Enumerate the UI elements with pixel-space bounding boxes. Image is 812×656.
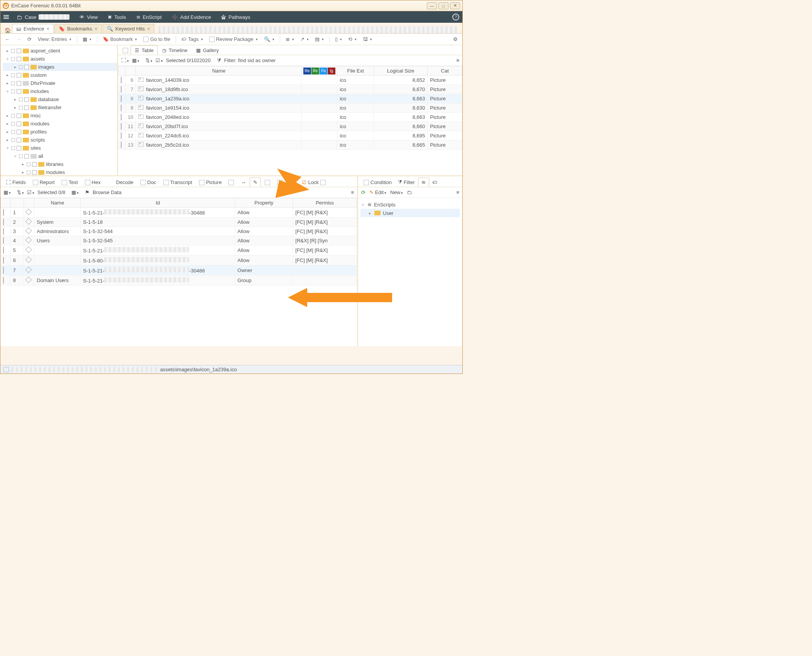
home-icon[interactable]: 🏠 [3,27,12,33]
save-icon[interactable]: 🖫 [361,36,374,43]
table-row[interactable]: 7 favicon_18d9fb.ico ico8,670Picture [118,85,462,94]
tree-node[interactable]: ▸aspnet_client [3,47,117,55]
sort-icon[interactable]: ⇅ [17,189,24,195]
tree-node[interactable]: ▸images [3,63,117,71]
expand-icon[interactable]: ⛶ [121,57,129,63]
tab-bookmarks[interactable]: 🔖Bookmarks× [54,24,102,33]
tags-dropdown[interactable]: 🏷Tags [180,36,204,43]
gear-icon[interactable]: ⚙ [452,36,459,43]
col-name[interactable]: Name [136,66,302,76]
table-row[interactable]: 12 favicon_224dc6.ico ico8,695Picture [118,131,462,140]
tab-tag[interactable]: 🏷 [429,178,440,187]
col-property[interactable]: Property [235,198,293,208]
share-icon[interactable]: ↗ [299,36,310,43]
flag-icon[interactable]: ⚑ [85,189,90,195]
tree-node[interactable]: ▸libraries [3,160,117,168]
col-permissions[interactable]: Permiss [293,198,357,208]
menu-add-evidence[interactable]: ➕Add Evidence [169,14,213,20]
help-icon[interactable]: ? [452,14,459,20]
table-row[interactable]: 2 SystemS-1-5-18Allow[FC] [M] [R&X] [1,218,357,227]
columns-icon[interactable]: ▦ [132,57,139,63]
close-icon[interactable]: × [147,26,150,32]
table-row[interactable]: 5 S-1-5-21-Allow[FC] [M] [R&X] [1,245,357,255]
edit-dropdown[interactable]: ✎ Edit [369,189,386,195]
tab-attr[interactable] [274,178,286,187]
table-row[interactable]: 9 favicon_1e9154.ico ico8,630Picture [118,103,462,113]
view-entries-dropdown[interactable]: View: Entries [36,36,73,43]
tab-timeline[interactable]: ◷Timeline [158,46,192,55]
tab-keyword-hits[interactable]: 🔍Keyword Hits× [103,24,154,33]
hamburger-icon[interactable]: ≡ [456,189,459,195]
tree-node[interactable]: ▸modules [3,168,117,175]
tree-node[interactable]: ▿includes [3,87,117,95]
tab-condition[interactable]: Condition [360,178,395,187]
tree-node[interactable]: ▸modules [3,120,117,128]
col-size[interactable]: Logical Size [374,66,427,76]
split-icon[interactable]: ▦ [81,36,93,43]
tree-node[interactable]: ▸misc [3,112,117,120]
table-row[interactable]: 4 UsersS-1-5-32-545Allow[R&X] [R] [Syn [1,236,357,245]
col-ext[interactable]: File Ext [337,66,374,76]
menu-pathways[interactable]: 🛣Pathways [219,14,252,20]
tab-console[interactable] [225,178,237,187]
tab-hash[interactable] [262,178,273,187]
folder-icon[interactable]: 🗀 [407,189,412,195]
table-row[interactable]: 3 AdministratorsS-1-5-32-544Allow[FC] [M… [1,227,357,236]
new-dropdown[interactable]: New [390,189,403,195]
enscripts-node[interactable]: ▿≋EnScripts [360,200,460,209]
col-cat[interactable]: Cat [428,66,462,76]
back-button[interactable]: ← [3,36,12,43]
review-package-dropdown[interactable]: Review Package [208,36,259,43]
filter-icon[interactable]: ⧩ [217,57,221,64]
table-row[interactable]: 6 S-1-5-80-Allow[FC] [M] [R&X] [1,255,357,265]
tab-filter[interactable]: ⧩ Filter [395,178,418,187]
tab-script[interactable]: ≋ [418,178,429,187]
close-button[interactable]: ✕ [450,2,460,9]
table-row[interactable]: 11 favicon_20bd7f.ico ico8,660Picture [118,122,462,131]
col-name[interactable]: Name [34,198,81,208]
list-icon[interactable]: ≣ [284,36,296,43]
zoom-icon[interactable]: 🔍 [262,36,276,43]
sync-icon[interactable]: ⟲ [347,36,358,43]
tree-node[interactable]: ▿all [3,152,117,160]
hamburger-icon[interactable]: ≡ [456,57,459,63]
table-row[interactable]: 8 Domain UsersS-1-5-21-Group [1,276,357,286]
hamburger-icon[interactable]: ≡ [351,189,354,195]
close-icon[interactable]: × [46,26,49,32]
menu-tools[interactable]: ✖Tools [105,14,128,20]
tree-node[interactable]: ▸database [3,95,117,103]
tab-decode[interactable]: Decode [113,178,137,187]
menu-icon[interactable] [3,15,9,19]
col-id[interactable]: Id [81,198,235,208]
tree-node[interactable]: ▸scripts [3,136,117,144]
tab-doc[interactable]: Doc [137,178,159,187]
sort-icon[interactable]: ⇅ [145,57,152,63]
tab-evidence[interactable]: 🖴Evidence× [12,24,54,33]
table-row[interactable]: 13 favicon_2b5c2d.ico ico8,665Picture [118,140,462,150]
check-icon[interactable]: ☑ [27,189,34,195]
tree-node[interactable]: ▸DfsrPrivate [3,79,117,87]
table-row[interactable]: 8 favicon_1a239a.ico ico8,663Picture [118,94,462,103]
user-node[interactable]: ▸User [360,209,460,217]
columns-icon[interactable]: ▦ [3,189,11,195]
close-icon[interactable]: × [95,26,98,32]
tree-node[interactable]: ▿assets [3,55,117,63]
bookmark-dropdown[interactable]: 🔖Bookmark [101,36,139,43]
tab-picture[interactable]: Picture [196,178,225,187]
refresh-button[interactable]: ⟳ [26,36,33,43]
tab-permissions[interactable]: ✎ [250,178,261,187]
split-icon[interactable]: ▦ [71,189,79,195]
tab-transcript[interactable]: Transcript [160,178,195,187]
tree-node[interactable]: ▿sites [3,144,117,152]
tab-table[interactable]: ☰Table [130,46,158,55]
menu-case[interactable]: 🗀Case [14,14,72,20]
maximize-button[interactable]: □ [438,2,448,9]
table-row[interactable]: 10 favicon_2048ed.ico ico8,663Picture [118,113,462,122]
tab-report[interactable]: Report [30,178,58,187]
device-icon[interactable]: ▯ [333,36,343,43]
tab-hex[interactable]: Hex [82,178,104,187]
tree-node[interactable]: ▸profiles [3,128,117,136]
tree-node[interactable]: ▸filetransfer [3,103,117,112]
forward-button[interactable]: → [15,36,23,43]
check-icon[interactable]: ☑ [156,57,163,63]
